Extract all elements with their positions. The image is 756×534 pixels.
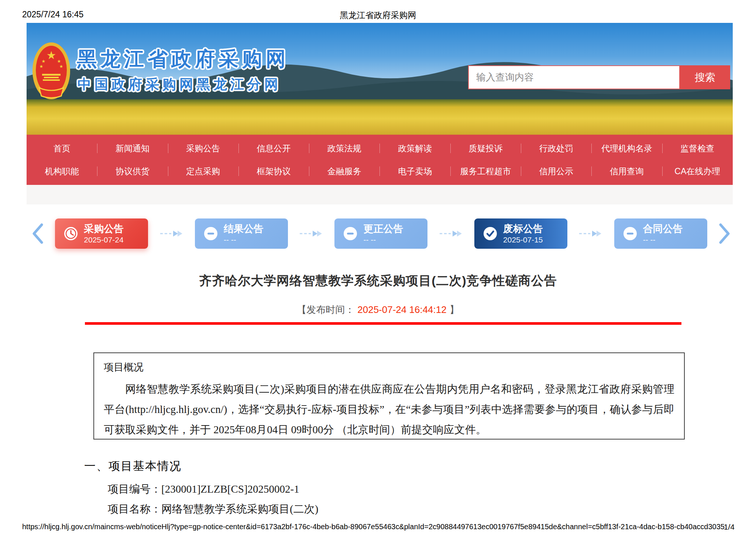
flow-step-date: 2025-07-15 [503,235,543,244]
project-name-value: 网络智慧教学系统采购项目(二次) [161,503,318,515]
svg-text:★: ★ [42,59,46,64]
flow-step-contract-notice[interactable]: 合同公告 -- -- [614,218,707,249]
banner-site-name: 黑龙江省政府采购网 [77,46,289,73]
nav-item-procurement-notices[interactable]: 采购公告 [168,138,238,159]
flow-step-label: 结果公告 [224,223,264,234]
nav-row-2: 机构职能 协议供货 定点采购 框架协议 金融服务 电子卖场 服务工程超市 信用公… [27,161,733,182]
national-emblem-icon: ★ ★ ★ ★ ★ [32,41,71,100]
svg-text:★: ★ [57,59,61,64]
nav-item-admin-penalty[interactable]: 行政处罚 [521,138,591,159]
minus-icon [343,227,357,241]
notice-flow: 采购公告 2025-07-24 结果公告 -- -- [31,213,731,254]
nav-item-info-disclosure[interactable]: 信息公开 [238,138,309,159]
check-icon [483,227,497,241]
article-title: 齐齐哈尔大学网络智慧教学系统采购项目(二次)竞争性磋商公告 [0,272,756,289]
nav-item-complaints[interactable]: 质疑投诉 [450,138,521,159]
nav-item-functions[interactable]: 机构职能 [27,161,97,182]
nav-item-framework[interactable]: 框架协议 [238,161,309,182]
banner-site-subname: 中国政府采购网黑龙江分网 [78,75,281,94]
nav-item-agreement-supply[interactable]: 协议供货 [97,161,168,182]
nav-bottom-strip [27,185,733,204]
minus-icon [623,227,637,241]
flow-step-date: -- -- [643,235,683,244]
nav-row-1: 首页 新闻通知 采购公告 信息公开 政策法规 政策解读 质疑投诉 行政处罚 代理… [27,138,733,159]
nav-item-home[interactable]: 首页 [27,138,97,159]
red-divider [85,322,681,325]
svg-text:★: ★ [39,64,44,69]
nav-item-service-mart[interactable]: 服务工程超市 [450,161,521,182]
overview-heading: 项目概况 [104,361,674,374]
minus-icon [204,227,218,241]
search-bar: 搜索 [468,65,730,89]
nav-item-emall[interactable]: 电子卖场 [379,161,450,182]
chevron-right-icon[interactable] [718,223,731,244]
flow-arrow-icon [578,230,603,238]
print-page-number: 1/4 [724,523,735,531]
flow-step-label: 更正公告 [363,223,403,234]
publish-time-close: 】 [450,304,459,315]
nav-item-agency-directory[interactable]: 代理机构名录 [591,138,662,159]
print-site-title: 黑龙江省政府采购网 [0,10,756,21]
nav-item-finance[interactable]: 金融服务 [309,161,379,182]
field-image [27,99,733,135]
flow-step-correction-notice[interactable]: 更正公告 -- -- [334,218,427,249]
flow-step-label: 废标公告 [503,223,543,234]
nav-item-fixed-point[interactable]: 定点采购 [168,161,238,182]
section-heading-basic-info: 一、项目基本情况 [84,458,182,474]
flow-step-label: 采购公告 [84,223,124,234]
site-banner: ★ ★ ★ ★ ★ 黑龙江省政府采购网 中国政府采购网黑龙江分网 搜索 [27,23,733,135]
nav-item-policy-interpretation[interactable]: 政策解读 [379,138,450,159]
flow-step-procurement-notice[interactable]: 采购公告 2025-07-24 [55,218,148,249]
flow-step-label: 合同公告 [643,223,683,234]
flow-step-date: 2025-07-24 [84,235,124,244]
flow-arrow-icon [439,230,463,238]
search-button[interactable]: 搜索 [680,65,730,89]
project-number-label: 项目编号： [108,483,161,495]
project-number-value: [230001]ZLZB[CS]20250002-1 [161,483,299,495]
flow-step-result-notice[interactable]: 结果公告 -- -- [195,218,288,249]
publish-time-label: 【发布时间： [297,304,354,315]
nav-item-credit-query[interactable]: 信用查询 [591,161,662,182]
chevron-left-icon[interactable] [31,223,44,244]
flow-arrow-icon [299,230,323,238]
svg-text:★: ★ [47,49,56,61]
clock-icon [64,227,78,241]
flow-step-date: -- -- [224,235,264,244]
project-overview-box: 项目概况 网络智慧教学系统采购项目(二次)采购项目的潜在供应商应在公告期内凭用户… [93,352,685,440]
publish-time-line: 【发布时间：2025-07-24 16:44:12】 [0,303,756,316]
nav-item-ca-online[interactable]: CA在线办理 [662,161,733,182]
publish-time-value: 2025-07-24 16:44:12 [357,304,446,315]
project-number-line: 项目编号：[230001]ZLZB[CS]20250002-1 [108,482,299,497]
main-nav: 首页 新闻通知 采购公告 信息公开 政策法规 政策解读 质疑投诉 行政处罚 代理… [27,135,733,185]
search-input[interactable] [468,65,680,89]
nav-item-supervision[interactable]: 监督检查 [662,138,733,159]
flow-step-cancellation-notice[interactable]: 废标公告 2025-07-15 [474,218,567,249]
print-url: https://hljcg.hlj.gov.cn/maincms-web/not… [22,523,725,531]
flow-step-date: -- -- [363,235,403,244]
project-name-label: 项目名称： [108,503,161,515]
nav-item-news[interactable]: 新闻通知 [97,138,168,159]
overview-text: 网络智慧教学系统采购项目(二次)采购项目的潜在供应商应在公告期内凭用户名和密码，… [104,379,674,440]
page: 2025/7/24 16:45 黑龙江省政府采购网 ★ ★ ★ ★ ★ 黑龙江省… [0,0,756,534]
project-name-line: 项目名称：网络智慧教学系统采购项目(二次) [108,502,318,517]
nav-item-policies[interactable]: 政策法规 [309,138,379,159]
flow-arrow-icon [159,230,184,238]
svg-text:★: ★ [59,64,63,69]
nav-item-credit-publicity[interactable]: 信用公示 [521,161,591,182]
